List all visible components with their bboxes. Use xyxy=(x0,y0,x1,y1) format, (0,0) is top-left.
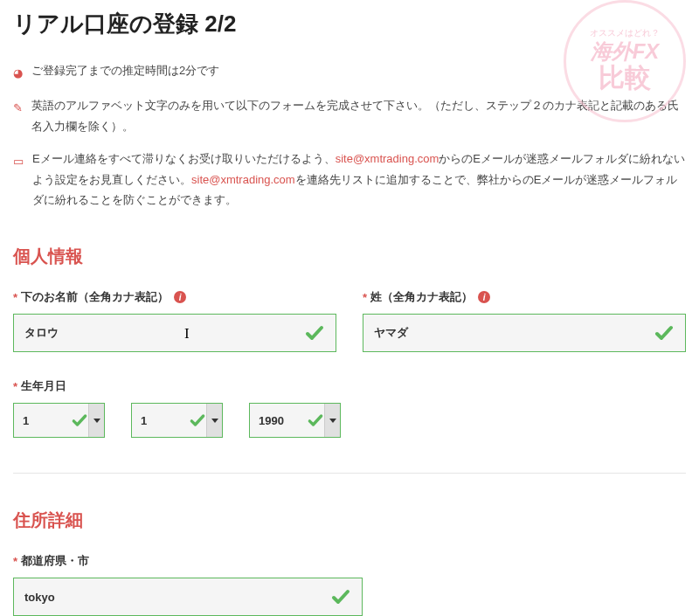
dob-month-select[interactable]: 1 xyxy=(131,403,223,438)
note-time: ◕ ご登録完了までの推定時間は2分です xyxy=(13,60,686,83)
pencil-icon: ✎ xyxy=(13,98,23,118)
check-icon xyxy=(304,322,325,343)
check-icon xyxy=(189,412,206,429)
dob-day-select[interactable]: 1 xyxy=(13,403,105,438)
chevron-down-icon xyxy=(211,419,218,423)
section-personal-title: 個人情報 xyxy=(13,245,686,268)
check-icon xyxy=(307,412,324,429)
section-address-title: 住所詳細 xyxy=(13,509,686,532)
note-time-text: ご登録完了までの推定時間は2分です xyxy=(31,60,219,80)
email-link-2[interactable]: site@xmtrading.com xyxy=(191,173,295,186)
laptop-icon: ▭ xyxy=(13,151,24,171)
page-title: リアル口座の登録 2/2 xyxy=(13,9,686,39)
required-asterisk: * xyxy=(13,380,17,393)
chevron-down-icon xyxy=(93,419,100,423)
caret-box xyxy=(88,404,104,437)
chevron-down-icon xyxy=(329,419,336,423)
note-email-text: Eメール連絡をすべて滞りなくお受け取りいただけるよう、site@xmtradin… xyxy=(32,149,686,210)
dob-label: * 生年月日 xyxy=(13,378,686,394)
caret-box xyxy=(206,404,222,437)
required-asterisk: * xyxy=(363,291,367,304)
check-icon xyxy=(330,586,351,607)
prefecture-input[interactable] xyxy=(24,591,330,604)
note-alpha: ✎ 英語のアルファベット文字のみを用いて以下のフォームを完成させて下さい。（ただ… xyxy=(13,95,686,136)
info-icon[interactable]: i xyxy=(478,291,490,303)
last-name-group: * 姓（全角カナ表記） i xyxy=(363,289,686,352)
last-name-label: * 姓（全角カナ表記） i xyxy=(363,289,686,305)
info-icon[interactable]: i xyxy=(174,291,186,303)
dob-year-select[interactable]: 1990 xyxy=(249,403,341,438)
first-name-label: * 下のお名前（全角カナ表記） i xyxy=(13,289,336,305)
prefecture-input-wrap[interactable] xyxy=(13,578,363,616)
caret-box xyxy=(324,404,340,437)
note-alpha-text: 英語のアルファベット文字のみを用いて以下のフォームを完成させて下さい。（ただし、… xyxy=(31,95,686,136)
first-name-group: * 下のお名前（全角カナ表記） i I xyxy=(13,289,336,352)
note-email: ▭ Eメール連絡をすべて滞りなくお受け取りいただけるよう、site@xmtrad… xyxy=(13,149,686,210)
prefecture-label: * 都道府県・市 xyxy=(13,553,363,569)
required-asterisk: * xyxy=(13,291,17,304)
check-icon xyxy=(71,412,88,429)
last-name-input-wrap[interactable] xyxy=(363,314,686,352)
section-divider xyxy=(13,473,686,474)
email-link-1[interactable]: site@xmtrading.com xyxy=(336,152,439,165)
required-asterisk: * xyxy=(13,555,17,568)
check-icon xyxy=(654,322,675,343)
clock-icon: ◕ xyxy=(13,63,23,83)
prefecture-group: * 都道府県・市 xyxy=(13,553,363,616)
first-name-input[interactable] xyxy=(24,327,304,340)
last-name-input[interactable] xyxy=(374,327,654,340)
dob-group: * 生年月日 1 1 1990 xyxy=(13,378,686,438)
first-name-input-wrap[interactable]: I xyxy=(13,314,336,352)
